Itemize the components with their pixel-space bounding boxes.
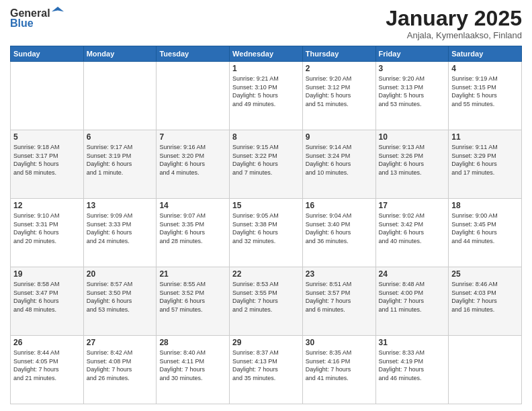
day-number: 19 (13, 269, 81, 279)
day-number: 5 (13, 132, 81, 142)
calendar-cell: 2Sunrise: 9:20 AM Sunset: 3:12 PM Daylig… (302, 62, 375, 130)
day-info: Sunrise: 9:18 AM Sunset: 3:17 PM Dayligh… (13, 143, 81, 177)
calendar-cell: 10Sunrise: 9:13 AM Sunset: 3:26 PM Dayli… (375, 130, 449, 199)
day-info: Sunrise: 9:20 AM Sunset: 3:12 PM Dayligh… (306, 75, 373, 108)
day-header-sunday: Sunday (11, 46, 84, 62)
calendar-cell: 17Sunrise: 9:02 AM Sunset: 3:42 PM Dayli… (375, 199, 449, 267)
day-info: Sunrise: 9:11 AM Sunset: 3:29 PM Dayligh… (451, 143, 519, 177)
calendar-cell: 4Sunrise: 9:19 AM Sunset: 3:15 PM Daylig… (449, 62, 522, 130)
day-number: 1 (232, 64, 300, 73)
svg-marker-0 (52, 7, 64, 11)
day-number: 8 (232, 132, 300, 142)
day-info: Sunrise: 8:58 AM Sunset: 3:47 PM Dayligh… (13, 280, 81, 314)
day-number: 29 (232, 338, 300, 347)
logo-bird-icon (52, 5, 64, 20)
day-info: Sunrise: 8:37 AM Sunset: 4:13 PM Dayligh… (232, 349, 300, 382)
day-number: 20 (87, 269, 154, 279)
day-info: Sunrise: 9:13 AM Sunset: 3:26 PM Dayligh… (379, 143, 446, 177)
day-number: 17 (379, 201, 446, 210)
day-number: 25 (451, 269, 519, 279)
day-header-tuesday: Tuesday (157, 46, 230, 62)
calendar-cell: 5Sunrise: 9:18 AM Sunset: 3:17 PM Daylig… (11, 130, 84, 199)
logo: General Blue (10, 7, 64, 30)
day-info: Sunrise: 9:14 AM Sunset: 3:24 PM Dayligh… (306, 143, 373, 177)
day-header-friday: Friday (375, 46, 449, 62)
day-number: 11 (451, 132, 519, 142)
header: General Blue January 2025 Anjala, Kymenl… (10, 7, 522, 40)
calendar-cell: 14Sunrise: 9:07 AM Sunset: 3:35 PM Dayli… (157, 199, 230, 267)
day-info: Sunrise: 8:40 AM Sunset: 4:11 PM Dayligh… (159, 349, 226, 382)
day-info: Sunrise: 8:53 AM Sunset: 3:55 PM Dayligh… (232, 280, 300, 314)
day-info: Sunrise: 9:19 AM Sunset: 3:15 PM Dayligh… (451, 75, 519, 108)
calendar-week-1: 1Sunrise: 9:21 AM Sunset: 3:10 PM Daylig… (11, 62, 522, 130)
calendar-cell: 7Sunrise: 9:16 AM Sunset: 3:20 PM Daylig… (157, 130, 230, 199)
day-info: Sunrise: 9:10 AM Sunset: 3:31 PM Dayligh… (13, 212, 81, 245)
day-number: 15 (232, 201, 300, 210)
calendar-cell (11, 62, 84, 130)
calendar-cell: 9Sunrise: 9:14 AM Sunset: 3:24 PM Daylig… (302, 130, 375, 199)
day-info: Sunrise: 8:48 AM Sunset: 4:00 PM Dayligh… (379, 280, 446, 314)
calendar-cell: 28Sunrise: 8:40 AM Sunset: 4:11 PM Dayli… (157, 336, 230, 404)
calendar-cell: 20Sunrise: 8:57 AM Sunset: 3:50 PM Dayli… (83, 267, 157, 336)
page: General Blue January 2025 Anjala, Kymenl… (0, 0, 532, 411)
day-header-monday: Monday (83, 46, 157, 62)
calendar-week-5: 26Sunrise: 8:44 AM Sunset: 4:05 PM Dayli… (11, 336, 522, 404)
day-number: 21 (159, 269, 226, 279)
calendar-week-3: 12Sunrise: 9:10 AM Sunset: 3:31 PM Dayli… (11, 199, 522, 267)
day-info: Sunrise: 9:02 AM Sunset: 3:42 PM Dayligh… (379, 212, 446, 245)
calendar-cell: 12Sunrise: 9:10 AM Sunset: 3:31 PM Dayli… (11, 199, 84, 267)
calendar-cell: 8Sunrise: 9:15 AM Sunset: 3:22 PM Daylig… (230, 130, 303, 199)
day-info: Sunrise: 9:09 AM Sunset: 3:33 PM Dayligh… (87, 212, 154, 245)
calendar-cell: 3Sunrise: 9:20 AM Sunset: 3:13 PM Daylig… (375, 62, 449, 130)
day-number: 2 (306, 64, 373, 73)
day-number: 28 (159, 338, 226, 347)
day-number: 4 (451, 64, 519, 73)
calendar-cell: 15Sunrise: 9:05 AM Sunset: 3:38 PM Dayli… (230, 199, 303, 267)
calendar-cell: 11Sunrise: 9:11 AM Sunset: 3:29 PM Dayli… (449, 130, 522, 199)
calendar-cell: 27Sunrise: 8:42 AM Sunset: 4:08 PM Dayli… (83, 336, 157, 404)
day-number: 7 (159, 132, 226, 142)
month-title: January 2025 (386, 7, 522, 30)
calendar-table: SundayMondayTuesdayWednesdayThursdayFrid… (10, 46, 522, 404)
day-number: 9 (306, 132, 373, 142)
calendar-week-4: 19Sunrise: 8:58 AM Sunset: 3:47 PM Dayli… (11, 267, 522, 336)
calendar-cell: 31Sunrise: 8:33 AM Sunset: 4:19 PM Dayli… (375, 336, 449, 404)
day-info: Sunrise: 8:51 AM Sunset: 3:57 PM Dayligh… (306, 280, 373, 314)
day-info: Sunrise: 9:21 AM Sunset: 3:10 PM Dayligh… (232, 75, 300, 108)
calendar-cell (83, 62, 157, 130)
day-number: 24 (379, 269, 446, 279)
day-info: Sunrise: 9:04 AM Sunset: 3:40 PM Dayligh… (306, 212, 373, 245)
day-info: Sunrise: 9:00 AM Sunset: 3:45 PM Dayligh… (451, 212, 519, 245)
calendar-cell: 19Sunrise: 8:58 AM Sunset: 3:47 PM Dayli… (11, 267, 84, 336)
day-header-thursday: Thursday (302, 46, 375, 62)
calendar-cell: 1Sunrise: 9:21 AM Sunset: 3:10 PM Daylig… (230, 62, 303, 130)
calendar-week-2: 5Sunrise: 9:18 AM Sunset: 3:17 PM Daylig… (11, 130, 522, 199)
day-info: Sunrise: 8:33 AM Sunset: 4:19 PM Dayligh… (379, 349, 446, 382)
calendar-cell: 21Sunrise: 8:55 AM Sunset: 3:52 PM Dayli… (157, 267, 230, 336)
day-info: Sunrise: 8:42 AM Sunset: 4:08 PM Dayligh… (87, 349, 154, 382)
calendar-cell: 6Sunrise: 9:17 AM Sunset: 3:19 PM Daylig… (83, 130, 157, 199)
day-header-saturday: Saturday (449, 46, 522, 62)
calendar-cell: 24Sunrise: 8:48 AM Sunset: 4:00 PM Dayli… (375, 267, 449, 336)
calendar-cell: 18Sunrise: 9:00 AM Sunset: 3:45 PM Dayli… (449, 199, 522, 267)
day-number: 14 (159, 201, 226, 210)
day-number: 16 (306, 201, 373, 210)
calendar-cell: 26Sunrise: 8:44 AM Sunset: 4:05 PM Dayli… (11, 336, 84, 404)
subtitle: Anjala, Kymenlaakso, Finland (386, 30, 522, 40)
day-number: 27 (87, 338, 154, 347)
title-block: January 2025 Anjala, Kymenlaakso, Finlan… (386, 7, 522, 40)
day-number: 3 (379, 64, 446, 73)
day-info: Sunrise: 9:07 AM Sunset: 3:35 PM Dayligh… (159, 212, 226, 245)
calendar-cell: 30Sunrise: 8:35 AM Sunset: 4:16 PM Dayli… (302, 336, 375, 404)
day-number: 12 (13, 201, 81, 210)
day-info: Sunrise: 8:55 AM Sunset: 3:52 PM Dayligh… (159, 280, 226, 314)
day-info: Sunrise: 8:57 AM Sunset: 3:50 PM Dayligh… (87, 280, 154, 314)
day-number: 30 (306, 338, 373, 347)
calendar-cell: 16Sunrise: 9:04 AM Sunset: 3:40 PM Dayli… (302, 199, 375, 267)
day-number: 6 (87, 132, 154, 142)
day-number: 22 (232, 269, 300, 279)
calendar-cell (157, 62, 230, 130)
day-number: 26 (13, 338, 81, 347)
day-info: Sunrise: 9:16 AM Sunset: 3:20 PM Dayligh… (159, 143, 226, 177)
calendar-cell: 29Sunrise: 8:37 AM Sunset: 4:13 PM Dayli… (230, 336, 303, 404)
